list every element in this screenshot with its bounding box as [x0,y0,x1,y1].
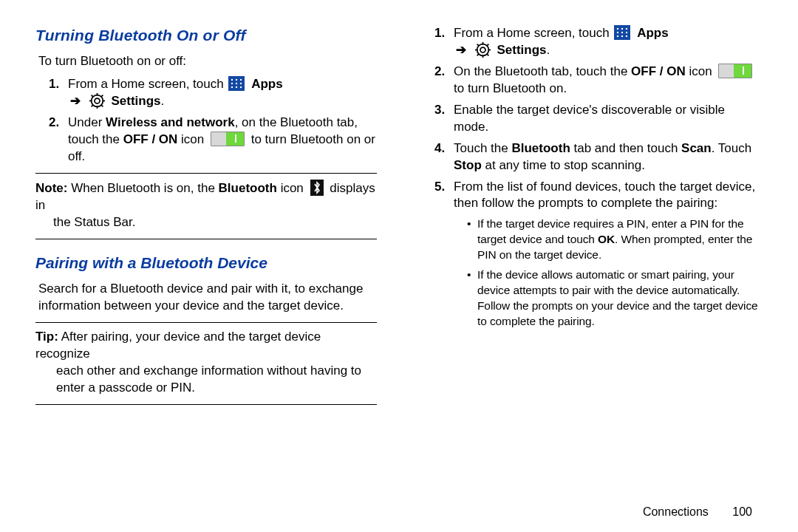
note-continuation: the Status Bar. [53,214,377,231]
settings-label: Settings [497,43,546,57]
bold-text: Wireless and network [106,115,235,129]
apps-label: Apps [637,26,669,40]
page-footer: Connections 100 [643,505,752,519]
svg-point-1 [95,98,100,103]
right-step-1: 1. From a Home screen, touch Apps ➔ Sett… [434,25,763,59]
svg-line-16 [477,44,479,47]
text: From a Home screen, touch [68,77,227,91]
step-body: From a Home screen, touch Apps ➔ Setting… [454,25,763,59]
step-body: From a Home screen, touch Apps ➔ Setting… [68,76,377,110]
step-number: 5. [434,179,454,213]
divider [35,404,377,405]
step-body: From the list of found devices, touch th… [454,179,763,213]
apps-icon [614,25,630,40]
step-number: 1. [49,76,68,110]
text: at any time to stop scanning. [482,158,645,172]
divider [35,322,377,323]
left-column: Turning Bluetooth On or Off To turn Blue… [35,25,377,523]
footer-page-number: 100 [732,505,752,518]
svg-line-17 [486,54,488,56]
note-block: Note: When Bluetooth is on, the Bluetoot… [35,180,377,231]
text: When Bluetooth is on, the [67,181,218,195]
toggle-on-icon [718,64,752,78]
bullet-dot: • [467,216,477,263]
apps-label: Apps [251,77,283,91]
text: Touch the [454,141,511,155]
heading-pairing: Pairing with a Bluetooth Device [35,253,377,273]
settings-icon [89,93,105,109]
arrow-icon: ➔ [456,42,466,59]
text: icon [686,64,716,78]
tip-block: Tip: After pairing, your device and the … [35,329,377,397]
bold-text: Bluetooth [511,141,570,155]
text: to turn Bluetooth on. [454,81,567,95]
svg-line-6 [91,95,93,98]
text: From a Home screen, touch [454,26,613,40]
period: . [547,43,550,57]
step-body: On the Bluetooth tab, touch the OFF / ON… [454,64,763,98]
left-step-1: 1. From a Home screen, touch Apps ➔ Sett… [49,76,377,110]
text: icon [277,181,307,195]
divider [35,173,377,174]
text: . Touch [712,141,752,155]
settings-icon [475,42,491,58]
note-label: Note: [35,181,67,195]
arrow-icon: ➔ [70,93,81,110]
svg-point-11 [480,47,485,52]
right-column: 1. From a Home screen, touch Apps ➔ Sett… [421,25,763,523]
svg-line-9 [100,95,103,98]
bold-text: OK [598,233,615,245]
apps-icon [228,76,245,91]
heading-turning-bluetooth: Turning Bluetooth On or Off [35,25,377,46]
settings-label: Settings [111,94,160,108]
step-number: 1. [434,25,454,59]
bullet-dot: • [467,267,477,330]
text: icon [177,132,208,146]
text: After pairing, your device and the targe… [35,330,321,361]
divider [35,239,377,239]
bullet-body: If the target device requires a PIN, ent… [477,216,763,263]
toggle-on-icon [211,132,245,146]
step-number: 3. [434,102,454,136]
right-step-2: 2. On the Bluetooth tab, touch the OFF /… [434,64,763,98]
bullet-body: If the device allows automatic or smart … [477,267,763,330]
svg-line-8 [91,105,93,107]
footer-section: Connections [643,505,709,518]
bold-text: Scan [681,141,712,155]
pairing-intro: Search for a Bluetooth device and pair w… [38,281,377,315]
manual-page: Turning Bluetooth On or Off To turn Blue… [0,0,798,532]
svg-line-18 [477,54,479,56]
step-number: 2. [49,115,68,166]
tip-continuation: each other and exchange information with… [56,363,377,397]
bluetooth-icon [310,180,324,196]
bullet-auto-pair: • If the device allows automatic or smar… [467,267,763,330]
right-step-3: 3. Enable the target device's discoverab… [434,102,763,136]
left-step-2: 2. Under Wireless and network, on the Bl… [49,115,377,166]
step-body: Touch the Bluetooth tab and then touch S… [454,140,763,174]
right-step-4: 4. Touch the Bluetooth tab and then touc… [434,140,763,174]
bullet-pin: • If the target device requires a PIN, e… [467,216,763,263]
tip-label: Tip: [35,330,58,344]
step-body: Enable the target device's discoverable … [454,102,763,136]
bold-text: Bluetooth [219,181,277,195]
bold-text: OFF / ON [123,132,178,146]
svg-line-7 [100,105,103,107]
period: . [161,94,165,108]
step-number: 2. [434,64,454,98]
intro-text: To turn Bluetooth on or off: [38,53,377,70]
step-body: Under Wireless and network, on the Bluet… [68,115,377,166]
text: Under [68,115,106,129]
text: On the Bluetooth tab, touch the [454,64,631,78]
text: tab and then touch [570,141,681,155]
svg-line-19 [486,44,488,47]
step-number: 4. [434,140,454,174]
bold-text: OFF / ON [631,64,686,78]
bold-text: Stop [454,158,482,172]
right-step-5: 5. From the list of found devices, touch… [434,179,763,213]
